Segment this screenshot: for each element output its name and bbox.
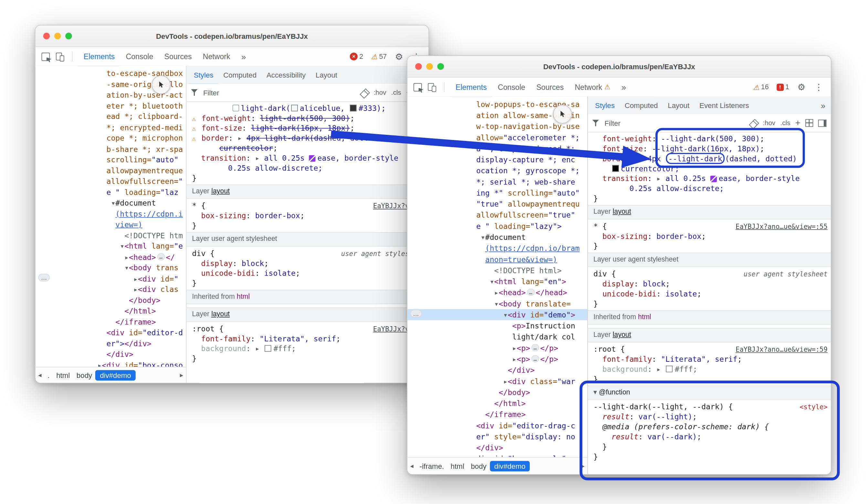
layer-link[interactable]: layout	[613, 331, 631, 339]
toggle-class-button[interactable]: .cls	[781, 119, 790, 127]
dom-tree-node[interactable]: </html>	[35, 306, 186, 316]
breadcrumb-item-body[interactable]: body	[467, 461, 490, 471]
inspect-element-icon[interactable]	[42, 52, 50, 61]
style-declaration[interactable]: font-weight: --light-dark(500, 300);	[588, 133, 831, 143]
inline-expand-icon[interactable]: …	[157, 253, 165, 260]
dom-tree-node[interactable]: </div>	[407, 365, 587, 376]
style-declaration[interactable]: currentcolor;	[186, 143, 428, 153]
style-declaration[interactable]: :root {EaYBJJx?view=	[186, 324, 428, 334]
tab-computed[interactable]: Computed	[620, 96, 663, 115]
dom-tree-node[interactable]: ▸<p>…</p>	[407, 342, 587, 353]
style-declaration[interactable]: div {user agent stylesheet	[588, 269, 831, 279]
toggle-hover-button[interactable]: :hov	[374, 89, 386, 96]
inline-expand-icon[interactable]: …	[527, 289, 535, 296]
dom-tree-node[interactable]: </html>	[407, 397, 587, 409]
style-declaration[interactable]: unicode-bidi: isolate;	[186, 268, 428, 278]
style-declaration[interactable]: @media (prefers-color-scheme: dark) {	[588, 422, 831, 432]
breadcrumb-item-div-demo[interactable]: div#demo	[490, 461, 530, 471]
dom-tree-node[interactable]: </body>	[407, 387, 587, 397]
style-declaration[interactable]: }	[186, 221, 428, 231]
dom-tree-node[interactable]: light/dark col	[407, 331, 587, 342]
dom-tree-node[interactable]: e " loading="laz	[35, 187, 186, 198]
style-declaration[interactable]: light-dark(aliceblue, #333);	[186, 103, 428, 113]
style-declaration[interactable]: transition: ▸ all 0.25s ease, border-sty…	[186, 153, 428, 163]
rule-source-link[interactable]: user agent stylesheet	[744, 269, 828, 279]
resource-link[interactable]: (https://cdpn.i	[115, 209, 183, 218]
warning-count-badge[interactable]: ⚠57	[371, 52, 387, 61]
toggle-class-button[interactable]: .cls	[391, 89, 401, 96]
inline-expand-icon[interactable]: …	[531, 344, 539, 351]
settings-gear-icon[interactable]: ⚙	[794, 82, 808, 92]
dock-side-icon[interactable]	[818, 119, 827, 127]
dom-tree-node[interactable]: <!DOCTYPE htm	[35, 230, 186, 241]
tab-accessibility[interactable]: Accessibility	[261, 66, 310, 85]
dom-tree-node[interactable]: ▸<head>…</	[35, 252, 186, 262]
declaration-checkbox[interactable]	[232, 105, 239, 112]
new-style-rule-button[interactable]: +	[795, 120, 800, 127]
dom-tree-node[interactable]: anon=true&view=)	[407, 254, 587, 265]
style-declaration[interactable]: }	[186, 278, 428, 288]
breadcrumb-item--iframe-[interactable]: -iframe.	[416, 461, 447, 471]
dom-tree-node[interactable]: (https://cdpn.io/bram	[407, 243, 587, 254]
toggle-hover-button[interactable]: :hov	[763, 119, 775, 127]
tab-layout[interactable]: Layout	[663, 96, 694, 115]
element-states-icon[interactable]	[361, 88, 370, 97]
style-declaration[interactable]: display: block;	[588, 279, 831, 289]
style-declaration[interactable]: 0.25s allow-discrete;	[588, 183, 831, 193]
inline-expand-icon[interactable]: …	[531, 355, 539, 362]
style-declaration[interactable]: font-family: "Literata", serif;	[186, 334, 428, 344]
dom-tree-node[interactable]: "true" allowpaymentrequ	[407, 198, 587, 209]
dom-tree-node[interactable]: ▾<body translate=	[407, 298, 587, 309]
dom-tree-node[interactable]: </body>	[35, 295, 186, 305]
tab-sources[interactable]: Sources	[531, 78, 569, 98]
easing-editor-icon[interactable]	[710, 175, 717, 182]
device-toolbar-icon[interactable]	[428, 83, 436, 91]
style-declaration[interactable]: transition: ▸ all 0.25s ease, border-sty…	[588, 173, 831, 183]
dom-tree-node[interactable]: allowfullscreen="true"	[407, 210, 587, 221]
layer-link[interactable]: layout	[613, 208, 631, 215]
resource-link[interactable]: (https://cdpn.io/bram	[485, 244, 580, 252]
style-declaration[interactable]: div {user agent stylesheet	[186, 248, 428, 258]
layer-link[interactable]: layout	[211, 187, 230, 195]
dom-tree-node[interactable]: ▸<p>…</p>	[407, 353, 587, 364]
style-declaration[interactable]: }	[588, 452, 831, 462]
dom-tree-node[interactable]: e " loading="lazy">	[407, 221, 587, 231]
dom-tree-node[interactable]: ▾#document	[35, 198, 186, 209]
crumb-scroll-left-icon[interactable]: ◂	[409, 462, 414, 470]
tab-sources[interactable]: Sources	[158, 47, 197, 67]
dom-tree-node[interactable]: ▸<head>…</head>	[407, 287, 587, 298]
style-declaration[interactable]: currentcolor;	[588, 164, 831, 174]
dom-tree-node[interactable]: </iframe>	[35, 316, 186, 327]
dom-tree-node[interactable]: a *; clipboard-read *;	[407, 143, 587, 154]
dom-tree-node[interactable]: allowfullscreen="	[35, 176, 186, 187]
tab-computed[interactable]: Computed	[218, 66, 262, 85]
dom-tree-node[interactable]: ▸<div clas	[35, 284, 186, 295]
style-declaration[interactable]: box-sizing: border-box;	[588, 231, 831, 241]
breadcrumb-item--[interactable]: .	[44, 370, 53, 381]
style-declaration[interactable]: }	[186, 353, 428, 363]
dom-tree-node[interactable]: ead *; clipboard-	[35, 111, 186, 122]
crumb-scroll-right-icon[interactable]: ▸	[580, 462, 586, 470]
dom-tree-node[interactable]: eter *; bluetooth	[35, 101, 186, 111]
menu-dots-icon[interactable]: ⋮	[811, 82, 826, 92]
color-swatch[interactable]	[350, 105, 356, 112]
resource-link[interactable]: view=)	[115, 220, 143, 229]
dom-tree-node[interactable]: ocation *; gyroscope *;	[407, 165, 587, 176]
style-declaration[interactable]: }	[588, 442, 831, 452]
dom-tree-node[interactable]: </iframe>	[407, 409, 587, 420]
style-declaration[interactable]: background: ▸ #fff;	[588, 364, 831, 374]
tab-styles[interactable]: Styles	[189, 66, 218, 85]
rule-source-link[interactable]: EaYBJJx?ano…ue&view=:55	[735, 221, 828, 231]
dom-tree-node[interactable]: ▾<html lang="e	[35, 241, 186, 252]
breadcrumb-item-html[interactable]: html	[53, 370, 73, 381]
error-count-badge[interactable]: 2	[350, 53, 363, 60]
style-declaration[interactable]: border: ▸ 4px --light-dark(dashed, dotte…	[588, 153, 831, 164]
crumb-scroll-right-icon[interactable]: ▸	[179, 371, 184, 379]
tab-network[interactable]: Network	[197, 47, 236, 67]
more-tabs-icon[interactable]: »	[618, 82, 629, 91]
titlebar[interactable]: DevTools - codepen.io/bramus/pen/EaYBJJx	[407, 56, 831, 78]
dom-tree-node[interactable]: ▸<div class="war	[407, 376, 587, 387]
layer-link[interactable]: layout	[211, 310, 230, 318]
style-declaration[interactable]: }	[588, 241, 831, 251]
color-swatch[interactable]	[666, 366, 673, 372]
